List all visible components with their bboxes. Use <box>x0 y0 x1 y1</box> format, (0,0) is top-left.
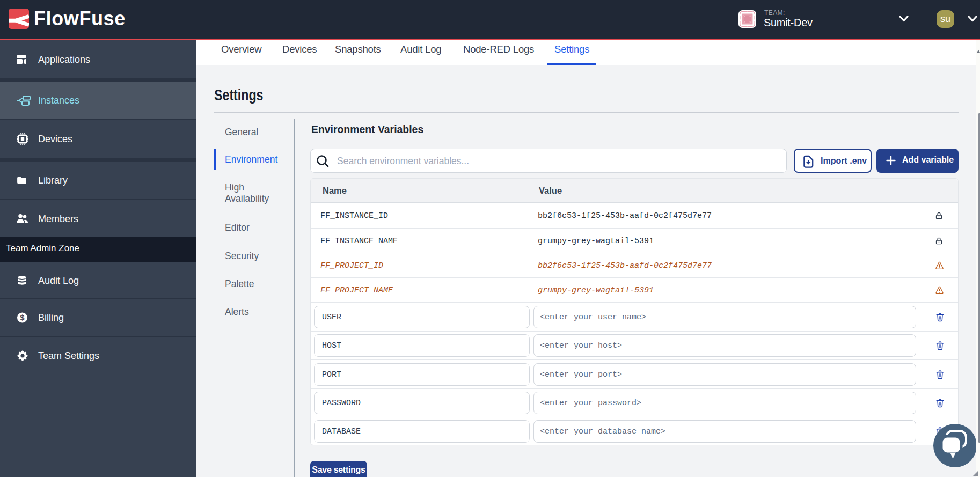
svg-text:$: $ <box>20 313 25 322</box>
